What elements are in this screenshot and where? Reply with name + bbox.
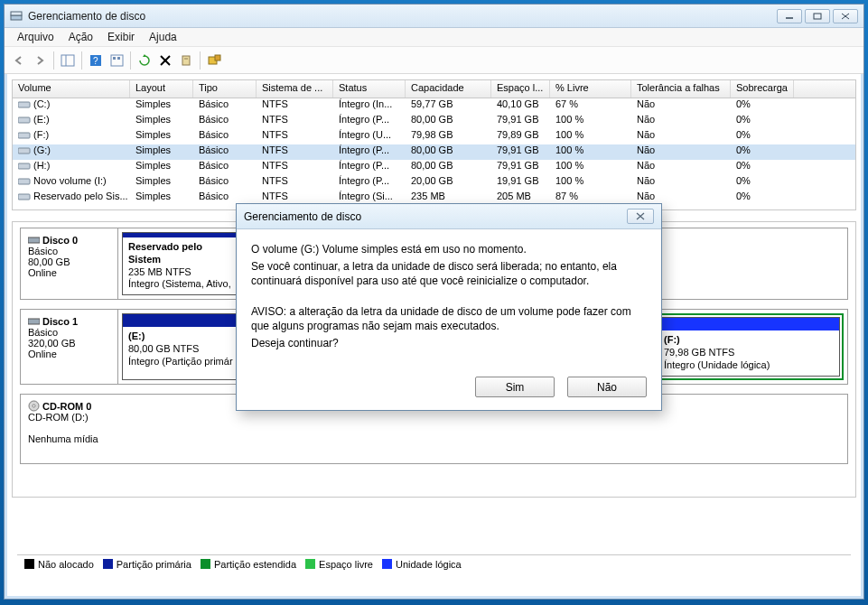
close-button[interactable] (833, 9, 858, 23)
legend-free: Espaço livre (305, 559, 373, 570)
svg-rect-24 (18, 179, 30, 184)
disk-type: Básico (28, 327, 58, 338)
dialog-title: Gerenciamento de disco (244, 210, 627, 223)
col-percent[interactable]: % Livre (550, 80, 631, 98)
confirm-dialog: Gerenciamento de disco O volume (G:) Vol… (236, 203, 662, 411)
cdrom-icon (28, 400, 40, 412)
col-layout[interactable]: Layout (130, 80, 193, 98)
svg-rect-6 (61, 55, 74, 66)
partition-body: Reservado pelo Sistem 235 MB NTFS Íntegr… (123, 237, 238, 294)
col-status[interactable]: Status (333, 80, 406, 98)
legend-logical: Unidade lógica (382, 559, 462, 570)
table-row[interactable]: (G:)SimplesBásicoNTFSÍntegro (P...80,00 … (13, 144, 855, 160)
toolbar-separator (130, 51, 131, 70)
svg-rect-20 (18, 117, 30, 123)
part-status: Íntegro (Partição primár (128, 356, 233, 367)
menu-arquivo[interactable]: Arquivo (12, 29, 60, 45)
col-filesystem[interactable]: Sistema de ... (257, 80, 333, 98)
partition-reserved[interactable]: Reservado pelo Sistem 235 MB NTFS Íntegr… (122, 232, 239, 295)
svg-rect-19 (18, 102, 30, 107)
forward-button[interactable] (31, 51, 49, 70)
dialog-buttons: Sim Não (237, 368, 661, 410)
disk-name: CD-ROM 0 (42, 401, 91, 412)
toolbar-separator (200, 51, 201, 70)
menu-ajuda[interactable]: Ajuda (144, 29, 182, 45)
col-capacity[interactable]: Capacidade (406, 80, 491, 98)
disk-size: 80,00 GB (28, 256, 70, 267)
menu-acao[interactable]: Ação (63, 29, 98, 45)
part-title: (F:) (664, 334, 680, 345)
table-body: (C:)SimplesBásicoNTFSÍntegro (In...59,77… (13, 98, 855, 206)
partition-extended[interactable]: (F:) 79,98 GB NTFS Íntegro (Unidade lógi… (654, 313, 844, 380)
toolbar: ? (5, 47, 863, 74)
view-list-icon[interactable] (59, 51, 77, 70)
col-freespace[interactable]: Espaço l... (491, 80, 550, 98)
app-icon (10, 10, 23, 23)
help-icon[interactable]: ? (87, 51, 105, 70)
partition-body: (F:) 79,98 GB NTFS Íntegro (Unidade lógi… (658, 330, 839, 375)
partition-e[interactable]: (E:) 80,00 GB NTFS Íntegro (Partição pri… (122, 313, 245, 380)
part-detail: 80,00 GB NTFS (128, 343, 199, 354)
disk-size: 320,00 GB (28, 338, 76, 349)
volume-table[interactable]: Volume Layout Tipo Sistema de ... Status… (12, 79, 856, 210)
part-status: Íntegro (Unidade lógica) (664, 359, 770, 370)
legend-primary: Partição primária (103, 559, 191, 570)
partition-header-primary (123, 314, 244, 327)
disk-name: Disco 0 (42, 235, 78, 246)
dialog-text-1: O volume (G:) Volume simples está em uso… (251, 242, 647, 256)
svg-point-29 (33, 405, 35, 407)
disk-label: Disco 1 Básico 320,00 GB Online (21, 310, 118, 384)
disk-icon (28, 234, 40, 246)
table-row[interactable]: (C:)SimplesBásicoNTFSÍntegro (In...59,77… (13, 98, 855, 114)
table-row[interactable]: Novo volume (I:)SimplesBásicoNTFSÍntegro… (13, 175, 855, 191)
no-button[interactable]: Não (567, 377, 647, 397)
svg-rect-12 (117, 57, 120, 60)
svg-text:?: ? (93, 56, 98, 66)
legend: Não alocado Partição primária Partição e… (17, 554, 851, 573)
action-icon[interactable] (205, 51, 223, 70)
toolbar-separator (81, 51, 82, 70)
col-volume[interactable]: Volume (13, 80, 130, 98)
svg-rect-25 (18, 194, 30, 200)
part-detail: 235 MB NTFS (128, 266, 191, 277)
back-button[interactable] (10, 51, 28, 70)
col-overhead[interactable]: Sobrecarga (731, 80, 794, 98)
svg-rect-3 (814, 14, 821, 19)
refresh-icon[interactable] (135, 51, 154, 70)
disk-icon (28, 315, 40, 327)
dialog-text-2: Se você continuar, a letra da unidade de… (251, 259, 647, 288)
settings-icon[interactable] (107, 51, 126, 70)
minimize-button[interactable] (777, 9, 802, 23)
svg-rect-22 (18, 148, 30, 154)
dialog-text-4: Deseja continuar? (251, 336, 647, 350)
dialog-titlebar[interactable]: Gerenciamento de disco (237, 204, 661, 229)
cd-sub: CD-ROM (D:) (28, 412, 89, 423)
svg-rect-23 (18, 163, 30, 169)
delete-icon[interactable] (156, 51, 174, 70)
svg-rect-11 (113, 57, 116, 60)
maximize-button[interactable] (805, 9, 830, 23)
disk-label: Disco 0 Básico 80,00 GB Online (21, 228, 118, 299)
table-row[interactable]: (H:)SimplesBásicoNTFSÍntegro (P...80,00 … (13, 160, 855, 175)
svg-rect-15 (182, 56, 190, 65)
partition-body: (E:) 80,00 GB NTFS Íntegro (Partição pri… (123, 327, 244, 371)
svg-rect-26 (28, 237, 40, 243)
partition-header-logical (658, 318, 839, 330)
part-detail: 79,98 GB NTFS (664, 347, 734, 358)
svg-rect-21 (18, 133, 30, 138)
table-row[interactable]: (E:)SimplesBásicoNTFSÍntegro (P...80,00 … (13, 114, 855, 129)
cd-empty: Nenhuma mídia (28, 433, 98, 444)
part-title: Reservado pelo Sistem (128, 241, 202, 265)
table-header: Volume Layout Tipo Sistema de ... Status… (13, 80, 855, 98)
yes-button[interactable]: Sim (475, 377, 555, 397)
col-tolerance[interactable]: Tolerância a falhas (631, 80, 731, 98)
part-title: (E:) (128, 330, 145, 341)
titlebar[interactable]: Gerenciamento de disco (5, 5, 863, 28)
disk-type: Básico (28, 246, 58, 256)
dialog-body: O volume (G:) Volume simples está em uso… (237, 229, 661, 368)
col-tipo[interactable]: Tipo (193, 80, 257, 98)
menu-exibir[interactable]: Exibir (102, 29, 140, 45)
table-row[interactable]: (F:)SimplesBásicoNTFSÍntegro (U...79,98 … (13, 129, 855, 144)
dialog-close-button[interactable] (627, 209, 654, 224)
properties-icon[interactable] (177, 51, 195, 70)
